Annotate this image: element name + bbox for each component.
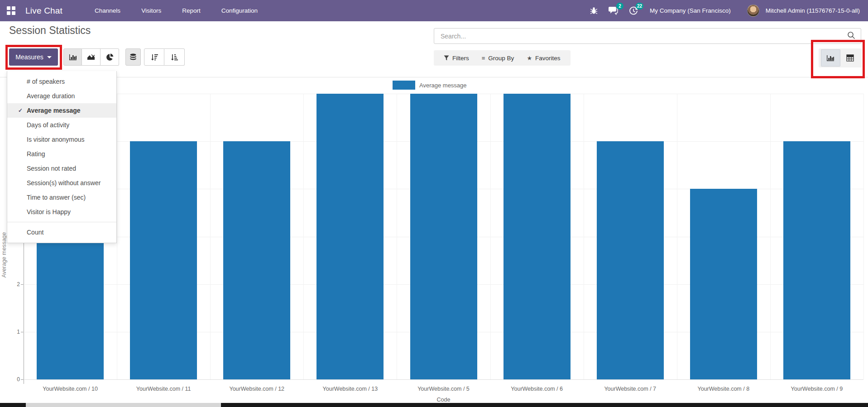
favorites-button[interactable]: ★ Favorites [521, 50, 566, 66]
horizontal-scrollbar-thumb[interactable] [26, 403, 221, 407]
measures-menu-item[interactable]: # of speakers [7, 74, 116, 89]
nav-systray: 2 22 My Company (San Francisco) Mitchell… [585, 0, 868, 21]
debug-bug-icon[interactable] [590, 7, 598, 14]
search-icon[interactable] [847, 31, 855, 41]
plot-region [24, 94, 863, 379]
gridline-v [770, 94, 771, 379]
bar-8 [690, 189, 757, 379]
gridline-v [210, 94, 211, 379]
sort-group [144, 48, 185, 66]
messages-icon[interactable]: 2 [609, 6, 618, 15]
graph-view-button[interactable] [821, 49, 840, 67]
search-input[interactable] [434, 33, 847, 40]
measures-menu-item[interactable]: Is visitor anonymous [7, 132, 116, 147]
gridline-v [117, 94, 117, 379]
filters-button[interactable]: Filters [438, 50, 475, 66]
gridline-v [490, 94, 491, 379]
y-axis-title: Average message [1, 207, 7, 302]
user-avatar[interactable] [747, 5, 759, 17]
check-icon: ✓ [18, 103, 23, 118]
gridline-v [397, 94, 397, 379]
apps-grid-icon[interactable] [7, 6, 15, 15]
nav-item-visitors[interactable]: Visitors [131, 0, 172, 21]
bar-5 [410, 94, 477, 379]
gridline-v [584, 94, 584, 379]
measures-menu-item[interactable]: Time to answer (sec) [7, 190, 116, 205]
bar-9 [783, 141, 850, 379]
measures-button[interactable]: Measures [9, 48, 58, 66]
measures-menu-item[interactable]: Session(s) without answer [7, 176, 116, 190]
messages-count-badge: 2 [616, 3, 623, 10]
x-category-label: YourWebsite.com / 11 [117, 386, 210, 392]
nav-menu: ChannelsVisitorsReportConfiguration [84, 0, 268, 21]
favorites-label: Favorites [535, 55, 561, 62]
group-by-icon: ≡ [482, 55, 485, 62]
gridline-h [24, 379, 863, 380]
user-menu[interactable]: Mitchell Admin (11576767-15-0-all) [766, 7, 860, 14]
y-tick-mark [21, 379, 24, 380]
y-tick-label: 1 [6, 329, 20, 335]
group-by-button[interactable]: ≡ Group By [476, 50, 520, 66]
y-tick-label: 0 [6, 376, 20, 383]
legend-label: Average message [419, 82, 467, 89]
bar-2 [130, 141, 197, 379]
horizontal-scrollbar-track[interactable] [0, 403, 868, 407]
measures-menu-item[interactable]: Session not rated [7, 161, 116, 176]
page-title: Session Statistics [9, 24, 91, 37]
filter-bar: Filters ≡ Group By ★ Favorites [434, 50, 571, 66]
chart-type-group [63, 48, 119, 66]
line-chart-button[interactable] [82, 48, 101, 66]
x-category-label: YourWebsite.com / 12 [210, 386, 303, 392]
gridline-v [303, 94, 304, 379]
filters-label: Filters [452, 55, 469, 62]
stacked-database-icon-button[interactable] [125, 48, 141, 66]
measures-dropdown: # of speakersAverage duration✓Average me… [7, 71, 117, 243]
legend-swatch [393, 81, 415, 90]
chart-legend[interactable]: Average message [393, 81, 467, 90]
group-by-label: Group By [488, 55, 514, 62]
measures-menu-item[interactable]: Rating [7, 147, 116, 161]
top-nav-bar: Live Chat ChannelsVisitorsReportConfigur… [0, 0, 868, 21]
nav-item-report[interactable]: Report [172, 0, 211, 21]
sort-asc-icon-button[interactable] [164, 48, 185, 66]
y-tick-mark [21, 284, 24, 285]
pivot-view-button[interactable] [840, 49, 860, 67]
bar-4 [317, 94, 384, 379]
x-category-label: YourWebsite.com / 5 [397, 386, 490, 392]
bar-1 [37, 237, 104, 380]
measures-button-label: Measures [15, 53, 43, 61]
bar-6 [504, 94, 571, 379]
measures-menu-item[interactable]: Average duration [7, 89, 116, 103]
y-tick-mark [21, 332, 24, 332]
nav-item-configuration[interactable]: Configuration [211, 0, 268, 21]
x-axis-title: Code [24, 397, 863, 403]
activities-clock-icon[interactable]: 22 [629, 6, 638, 15]
gridline-v [863, 94, 864, 379]
chart-area: Average message 0123456 YourWebsite.com … [0, 77, 868, 403]
company-switcher[interactable]: My Company (San Francisco) [650, 7, 731, 14]
x-category-label: YourWebsite.com / 10 [24, 386, 117, 392]
measures-menu-item[interactable]: ✓Average message [7, 103, 116, 118]
x-category-label: YourWebsite.com / 13 [303, 386, 397, 392]
measures-menu-item[interactable]: Days of activity [7, 118, 116, 132]
pie-chart-button[interactable] [101, 48, 119, 66]
filter-funnel-icon [444, 55, 449, 61]
x-category-label: YourWebsite.com / 9 [770, 386, 863, 392]
stacked-toggle-group [125, 48, 141, 66]
bar-chart-button[interactable] [63, 48, 82, 66]
search-bar [434, 28, 861, 44]
chevron-down-icon [47, 56, 52, 58]
measures-menu-item[interactable]: Visitor is Happy [7, 205, 116, 219]
star-icon: ★ [527, 55, 532, 62]
y-tick-label: 2 [6, 281, 20, 287]
nav-item-channels[interactable]: Channels [84, 0, 131, 21]
sort-desc-icon-button[interactable] [144, 48, 164, 66]
x-category-label: YourWebsite.com / 7 [584, 386, 677, 392]
view-switcher [819, 48, 862, 67]
measures-menu-item[interactable]: Count [7, 225, 116, 239]
menu-divider [7, 222, 116, 222]
activities-count-badge: 22 [636, 3, 643, 10]
bar-3 [223, 141, 290, 379]
app-brand[interactable]: Live Chat [25, 6, 62, 16]
x-category-label: YourWebsite.com / 6 [490, 386, 584, 392]
